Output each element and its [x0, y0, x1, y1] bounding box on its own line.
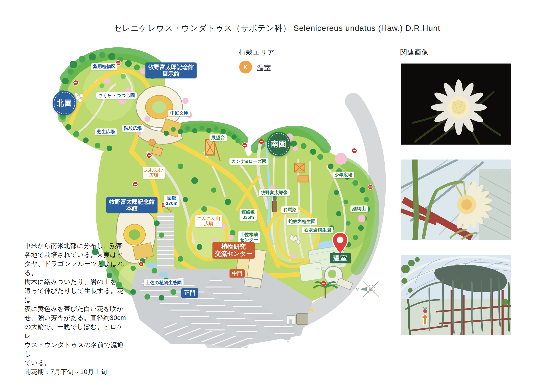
greenhouse-flower-art — [401, 160, 511, 240]
map-label-shibafu-hiroba: 芝生広場 — [95, 128, 117, 135]
area-k-badge: K — [239, 61, 252, 73]
map-label-medicinal-plants: 薬用植物区 — [91, 63, 118, 70]
map-label-nakaniwa-bunko: 中庭文庫 — [168, 110, 190, 116]
map-label-sekkaigan: 石灰岩植生園 — [302, 227, 333, 233]
map-label-obaji: お馬路 — [281, 206, 298, 213]
planting-area-heading: 植栽エリア — [239, 48, 275, 57]
map-label-renrakudo: 連絡道 335m — [240, 209, 257, 221]
title-divider — [22, 36, 532, 36]
page-title: セレニケレウス・ウンダトゥス（サボテン科） Selenicereus undat… — [0, 23, 554, 34]
night-flower-art — [401, 63, 511, 145]
map-label-chumon: 中門 — [229, 269, 245, 278]
species-description: 中米から南米北部に分布し、熱帯 各地で栽培されている。果実はピ タヤ、ドラゴンフ… — [24, 241, 129, 376]
map-label-main-hall: 牧野富太郎記念館 本館 — [106, 197, 158, 213]
map-label-onshitsu: 温室 — [330, 253, 351, 263]
compass-north-label: N — [356, 287, 359, 292]
map-label-seimon: 正門 — [181, 288, 198, 298]
map-label-kaidan-hiroba: 階段広場 — [122, 125, 144, 132]
map-label-canna-rose: カンナ&ローズ園 — [229, 158, 269, 165]
map-label-north-garden: 北園 — [53, 91, 76, 115]
greenhouse-interior-art — [401, 255, 511, 335]
related-images-heading: 関連画像 — [400, 48, 429, 57]
map-label-kairo: 回廊 170m — [164, 195, 180, 207]
map-label-tosa-ecology: 土佐の植物生態園 — [144, 280, 184, 286]
related-photo-night-flower — [401, 63, 511, 145]
related-photo-greenhouse-flower — [401, 160, 511, 240]
makino-statue — [272, 195, 277, 212]
map-label-shonen-hiroba: 少年広場 — [332, 172, 354, 178]
map-label-konkonyama: こんこん山 広場 — [195, 215, 222, 227]
compass-rose — [360, 278, 382, 301]
map-label-sakura-tsutsuji: さくら・つつじ園 — [97, 92, 137, 99]
map-label-research-center: 植物研究 交流センター — [213, 242, 255, 259]
map-label-fumufumu-hiroba: ふむふむ 広場 — [143, 167, 165, 179]
area-name: 温室 — [257, 63, 271, 73]
page: セレニケレウス・ウンダトゥス（サボテン科） Selenicereus undat… — [0, 0, 554, 392]
map-label-yuikoyama: 結網山 — [351, 205, 368, 212]
map-label-jamongan: 蛇紋岩植生園 — [287, 218, 317, 225]
map-label-tenbodai: 展望台 — [210, 134, 227, 141]
related-photo-greenhouse-interior — [401, 255, 511, 335]
map-label-exhibition-hall: 牧野富太郎記念館 展示館 — [145, 62, 197, 78]
map-label-south-garden: 南園 — [267, 132, 291, 156]
map-label-makino-statue: 牧野富太郎像 — [259, 189, 290, 196]
upper-parking — [157, 213, 174, 269]
map-label-tosa-kanran: 土佐寒蘭 センター — [238, 231, 260, 243]
